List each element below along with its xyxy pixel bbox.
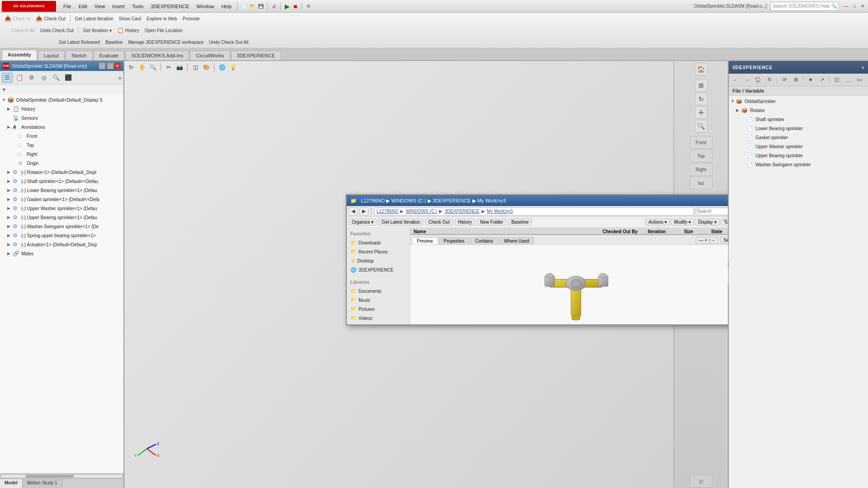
tab-3dexperience[interactable]: 3DEXPERIENCE — [231, 51, 281, 60]
btn-new-folder[interactable]: New Folder — [477, 219, 506, 225]
left-panel-close[interactable]: ✕ — [114, 63, 121, 69]
vt-display[interactable]: 💡 — [228, 62, 238, 72]
fd-downloads[interactable]: 📁Downloads — [347, 238, 410, 247]
rp-item-washer-swingarm[interactable]: 📄 Washer-Swingarm sprinkler — [729, 160, 868, 169]
fd-zoom-controls[interactable]: — + ↑→ — [696, 237, 718, 244]
btn-show-card[interactable]: Show Card — [116, 15, 144, 22]
menu-3dexperience[interactable]: 3DEXPERIENCE — [147, 3, 193, 10]
left-panel-minimize[interactable]: — — [99, 63, 105, 69]
vt-rotate[interactable]: ↻ — [126, 62, 136, 72]
rp-item-gasket-sprinkler[interactable]: 📄 Gasket sprinkler — [729, 133, 868, 142]
btn-undo-checkout-all[interactable]: Undo Check Out All — [206, 39, 251, 46]
fd-tab-preview[interactable]: Preview — [412, 237, 438, 244]
scrollbar-track[interactable] — [1, 474, 123, 478]
tree-root[interactable]: ▼ 📦 OrbitalSprinkler (Default<Default_Di… — [0, 95, 123, 104]
vrc-pan[interactable]: ✛ — [695, 106, 708, 119]
fd-back-btn[interactable]: ◀ — [349, 207, 358, 216]
panel-icon-search[interactable]: 🔍 — [51, 73, 61, 83]
rp-btn-refresh[interactable]: ↻ — [764, 75, 774, 84]
vt-display-style[interactable]: ◫ — [190, 62, 200, 72]
fd-videos[interactable]: 📁Videos — [347, 314, 410, 323]
rp-item-rotator[interactable]: ▶ 📦 Rotator — [729, 106, 868, 115]
btn-actions-fd[interactable]: Actions ▾ — [645, 219, 670, 225]
btn-manage-workspace[interactable]: Manage 3DEXPERIENCE workspace — [126, 39, 207, 46]
tree-item-mates[interactable]: ▶ 🔗 Mates — [0, 249, 123, 258]
fd-forward-btn[interactable]: ▶ — [359, 207, 368, 216]
fd-3dexperience[interactable]: 🌐3DEXPERIENCE — [347, 265, 410, 274]
toolbar-open[interactable]: 📂 — [249, 3, 256, 10]
rp-btn-bookmark[interactable]: ★ — [806, 75, 816, 84]
tree-item-history[interactable]: ▶ 📋 History — [0, 104, 123, 113]
btn-history-fd[interactable]: History — [455, 219, 475, 225]
rp-item-upper-washer[interactable]: 📄 Upper Washer sprinkler — [729, 142, 868, 151]
vrc-home[interactable]: 🏠 — [695, 63, 708, 75]
rp-btn-back[interactable]: ← — [731, 75, 741, 84]
toolbar-new[interactable]: 📄 — [241, 3, 248, 10]
tree-item-spring[interactable]: ▶ ⚙ (-) Spring-upper bearing sprinkler<1… — [0, 231, 123, 240]
toolbar-options[interactable]: ⚙ — [305, 3, 312, 10]
tab-sketch[interactable]: Sketch — [66, 51, 93, 60]
menu-edit[interactable]: Edit — [75, 3, 91, 10]
btn-baseline[interactable]: Baseline — [103, 39, 125, 46]
tab-evaluate[interactable]: Evaluate — [94, 51, 125, 60]
viewport[interactable]: ↻ ✋ 🔍 ✂ 📷 ◫ 🎨 🌐 💡 — [124, 61, 728, 488]
btn-check-out-fd[interactable]: Check Out — [425, 219, 453, 225]
fd-search-input[interactable] — [697, 209, 728, 214]
fd-tab-properties[interactable]: Properties — [439, 237, 470, 244]
panel-expand-btn[interactable]: » — [118, 74, 122, 81]
menu-file[interactable]: File — [60, 3, 75, 10]
fd-desktop[interactable]: 🖥Desktop — [347, 256, 410, 265]
rp-btn-more[interactable]: … — [843, 75, 853, 84]
tab-motion-study[interactable]: Motion Study 1 — [23, 479, 62, 488]
tab-circuitworks[interactable]: CircuitWorks — [190, 51, 230, 60]
menu-help[interactable]: Help — [218, 3, 236, 10]
btn-tools-fd[interactable]: Tools ▾ — [721, 219, 728, 225]
toolbar-save[interactable]: 💾 — [257, 3, 264, 10]
btn-check-out[interactable]: 📤Check Out — [33, 14, 68, 23]
menu-view[interactable]: View — [91, 3, 109, 10]
btn-explore-web[interactable]: Explore in Web — [144, 15, 180, 22]
left-panel-maximize[interactable]: □ — [107, 63, 113, 69]
btn-check-in[interactable]: 📥Check In — [2, 14, 33, 23]
tree-item-upper-washer[interactable]: ▶ ⚙ (-) Upper Washer sprinkler<1> (Defau — [0, 204, 123, 213]
tree-item-top[interactable]: □ Top — [0, 141, 123, 150]
btn-display-fd[interactable]: Display ▾ — [695, 219, 720, 225]
tree-hscrollbar[interactable] — [0, 473, 123, 479]
menu-insert[interactable]: Insert — [108, 3, 128, 10]
tree-item-shaft[interactable]: ▶ ⚙ (-) Shaft sprinkler<1> (Default<<Def… — [0, 177, 123, 186]
vt-zoom[interactable]: 🔍 — [148, 62, 158, 72]
panel-icon-display[interactable]: ◎ — [38, 73, 49, 83]
fd-music[interactable]: 📁Music — [347, 296, 410, 305]
rp-item-upper-bearing[interactable]: 📄 Upper Bearing sprinkler — [729, 151, 868, 160]
vrc-view-right[interactable]: Right — [690, 163, 712, 176]
tree-item-lower-bearing[interactable]: ▶ ⚙ (-) Lower Bearing sprinkler<1> (Defa… — [0, 186, 123, 195]
vrc-display-mode[interactable]: ◫ — [690, 475, 712, 488]
rp-btn-view[interactable]: ◫ — [832, 75, 842, 84]
vt-pan[interactable]: ✋ — [137, 62, 147, 72]
rp-btn-share[interactable]: ↗ — [817, 75, 827, 84]
btn-get-latest-rel[interactable]: Get Latest Released — [56, 39, 103, 46]
rp-item-orbital[interactable]: ▼ 📦 OrbitalSprinkler — [729, 97, 868, 106]
tab-assembly[interactable]: Assembly — [2, 50, 37, 60]
btn-check-in-all[interactable]: Check In All — [2, 27, 38, 34]
fd-documents[interactable]: 📁Documents — [347, 286, 410, 296]
btn-get-iteration[interactable]: Get Iteration ▾ — [80, 27, 114, 34]
vt-section[interactable]: ✂ — [164, 62, 174, 72]
tree-item-washer-swingarm[interactable]: ▶ ⚙ (-) Washer-Swingarm sprinkler<1> (De — [0, 222, 123, 231]
rp-btn-filter[interactable]: ⊞ — [791, 75, 801, 84]
fd-tab-where-used[interactable]: Where Used — [499, 237, 534, 244]
btn-organize[interactable]: Organize ▾ — [349, 219, 377, 225]
btn-get-latest-iter[interactable]: Get Latest Iteration — [378, 219, 423, 225]
tree-item-sensors[interactable]: 📡 Sensors — [0, 113, 123, 122]
tree-item-annotations[interactable]: ▶ A Annotations — [0, 122, 123, 131]
panel-icon-more[interactable]: ⬛ — [63, 73, 74, 83]
toolbar-print[interactable]: 🖨 — [270, 3, 278, 10]
btn-modify-fd[interactable]: Modify ▾ — [671, 219, 694, 225]
vrc-view-front[interactable]: Front — [690, 136, 712, 149]
tree-item-origin[interactable]: ⊕ Origin — [0, 159, 123, 168]
menu-tools[interactable]: Tools — [128, 3, 147, 10]
fd-recent[interactable]: 📁Recent Places — [347, 247, 410, 256]
vrc-view-iso[interactable]: Iso — [690, 177, 712, 189]
window-minimize[interactable]: — — [843, 3, 850, 10]
tree-item-actuator[interactable]: ▶ ⚙ (-) Actuator<1> (Default<Default_Dis… — [0, 240, 123, 249]
